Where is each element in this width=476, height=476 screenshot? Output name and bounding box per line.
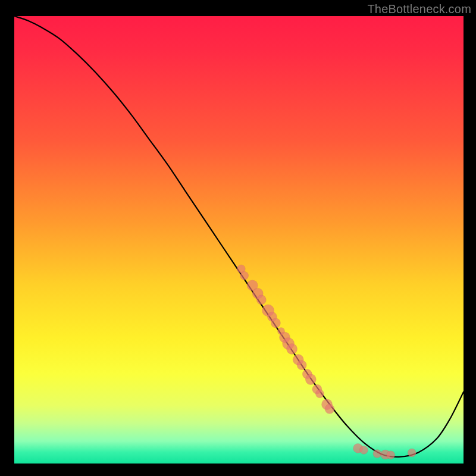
highlighted-point (408, 449, 416, 457)
highlighted-point (387, 451, 395, 459)
highlighted-point (315, 390, 324, 398)
highlighted-point (240, 271, 249, 280)
highlighted-point (325, 404, 334, 414)
chart-overlay (14, 16, 464, 464)
bottleneck-curve (14, 16, 464, 457)
highlighted-points-group (237, 265, 416, 459)
highlighted-point (287, 344, 298, 355)
highlighted-point (271, 318, 280, 328)
highlighted-point (297, 361, 306, 370)
chart-frame (14, 16, 464, 464)
highlighted-point (359, 446, 368, 454)
attribution-label: TheBottleneck.com (367, 2, 471, 16)
highlighted-point (373, 450, 381, 458)
highlighted-point (305, 374, 316, 385)
highlighted-point (256, 295, 266, 305)
